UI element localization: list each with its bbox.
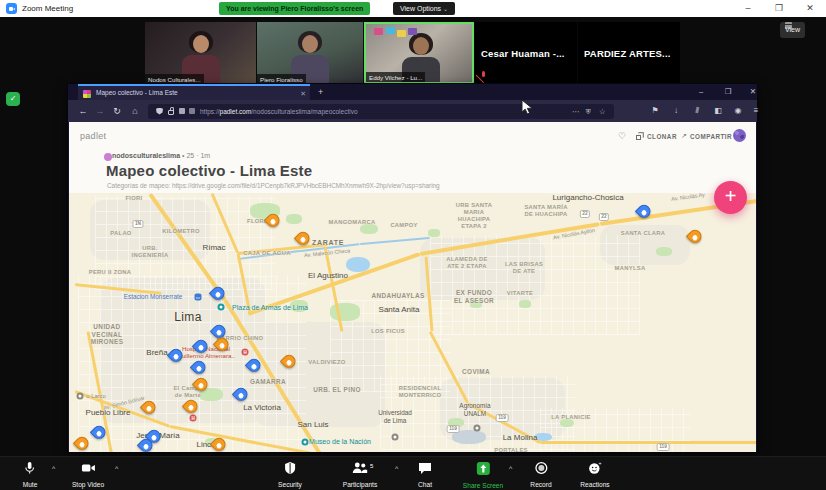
minimize-button[interactable]: – — [737, 2, 759, 14]
participant-tile[interactable]: Eddy Vilchez - Lu... — [364, 22, 474, 84]
padlet-logo[interactable]: padlet — [80, 131, 106, 141]
board-description: Categorías de mapeo: https://drive.googl… — [107, 182, 440, 189]
participant-tile[interactable]: PARDIEZ ARTES... — [578, 22, 680, 84]
poster-decoration — [374, 28, 383, 35]
bookmark-star-icon[interactable]: ☆ — [599, 107, 606, 116]
chevron-up-icon[interactable]: ^ — [395, 465, 398, 472]
toolbar-label: Stop Video — [72, 481, 104, 488]
tracking-shield-icon[interactable] — [156, 108, 163, 115]
park-area — [286, 214, 302, 224]
mute-button[interactable]: Mute — [23, 461, 38, 488]
view-layout-button[interactable]: View — [780, 22, 805, 38]
url-bar[interactable]: https://padlet.com/nodosculturaleslima/m… — [148, 104, 614, 119]
security-button[interactable]: Security — [278, 461, 302, 488]
place-gray-icon — [392, 434, 399, 441]
forward-button[interactable]: → — [93, 105, 107, 117]
map-label: URB. EL PINO — [313, 386, 361, 394]
road — [540, 441, 756, 444]
page-actions-icon[interactable]: ⋯ — [572, 107, 580, 116]
padlet-page: padlet ♡ CLONAR ↗ COMPARTIR ⋯ nodoscultu… — [69, 122, 756, 452]
participant-name: Nodos Culturales... — [145, 74, 204, 84]
landmark-teal-icon — [218, 304, 225, 311]
browser-maximize-button[interactable]: ❐ — [719, 86, 737, 98]
user-avatar[interactable] — [733, 129, 746, 142]
downloads-icon[interactable]: ↓ — [669, 105, 683, 117]
map-label: ZARATE — [312, 239, 344, 247]
chevron-up-icon[interactable]: ^ — [115, 465, 118, 472]
like-heart-icon[interactable]: ♡ — [618, 131, 626, 141]
place-gray-icon — [77, 393, 84, 400]
zoom-titlebar: Zoom Meeting You are viewing Piero Fiora… — [0, 0, 826, 17]
map-label: CAJA DE AGUA — [243, 250, 290, 257]
participant-name: Piero Fioralisso — [257, 74, 306, 84]
participant-tile[interactable]: Piero Fioralisso — [257, 22, 363, 84]
padlet-favicon — [83, 90, 91, 98]
poster-decoration — [397, 30, 406, 37]
sidebar-icon[interactable]: ◧ — [711, 105, 725, 117]
participant-count-badge: 5 — [370, 463, 373, 469]
participant-tile[interactable]: Nodos Culturales... — [145, 22, 256, 84]
hospital-red-icon: H — [242, 349, 249, 356]
map-label: Rímac — [202, 243, 225, 253]
more-options-icon[interactable]: ⋯ — [717, 130, 725, 139]
map-label: El Agustino — [308, 271, 348, 281]
map-label: VITARTE — [507, 290, 533, 297]
share-screen-button[interactable]: Share Screen — [463, 461, 503, 489]
route-shield: 22 — [580, 210, 590, 218]
clone-button[interactable]: CLONAR — [647, 133, 677, 140]
window-title: Zoom Meeting — [22, 4, 73, 13]
chevron-up-icon[interactable]: ^ — [509, 465, 512, 472]
maximize-button[interactable]: ❐ — [768, 2, 790, 14]
record-button[interactable]: Record — [530, 461, 551, 488]
share-button[interactable]: COMPARTIR — [690, 133, 732, 140]
reactions-button[interactable]: +Reactions — [580, 461, 609, 488]
map-label: SANTA MARÍA DE HUACHIPA — [524, 204, 567, 218]
account-icon[interactable]: ◉ — [731, 105, 745, 117]
smiley-icon: + — [587, 461, 602, 478]
browser-tab[interactable]: Mapeo colectivo - Lima Este ✕ — [78, 84, 310, 100]
park-area — [360, 224, 378, 234]
route-shield: 1N — [132, 220, 143, 228]
route-shield: 119 — [657, 443, 670, 451]
browser-close-button[interactable]: ✕ — [744, 86, 762, 98]
poster-decoration — [408, 28, 417, 35]
grid-icon — [785, 22, 792, 29]
permissions-icon[interactable] — [179, 108, 185, 114]
encryption-shield-icon: ✓ — [6, 92, 20, 106]
reload-button[interactable]: ↻ — [110, 105, 124, 117]
library-icon[interactable]: ⫴ — [689, 104, 705, 119]
save-to-bookmarks-icon[interactable]: ⚑ — [648, 105, 662, 117]
browser-minimize-button[interactable]: – — [692, 86, 710, 98]
share-icon — [475, 462, 490, 479]
chat-button[interactable]: Chat — [418, 461, 432, 488]
park-area — [519, 300, 531, 308]
pocket-icon[interactable]: ⛨ — [586, 108, 591, 116]
clone-icon — [636, 135, 641, 140]
chevron-up-icon[interactable]: ^ — [52, 465, 55, 472]
svg-text:+: + — [599, 461, 602, 466]
map-label: PERU II ZONA — [89, 269, 132, 276]
mic-icon — [23, 461, 37, 478]
tab-close-icon[interactable]: ✕ — [300, 86, 306, 100]
collaborative-map[interactable]: FIORIPALAOKILÓMETROURB. INGENIERÍARímacF… — [69, 193, 756, 452]
home-button[interactable]: ⌂ — [128, 105, 142, 117]
map-label: Av. Nicolás Ay — [671, 193, 705, 203]
participant-tile[interactable]: Cesar Huaman -... — [475, 22, 577, 84]
close-button[interactable]: ✕ — [799, 2, 821, 14]
menu-icon[interactable]: ≡ — [749, 105, 763, 117]
stop-video-button[interactable]: Stop Video — [72, 461, 104, 488]
reader-mode-icon[interactable] — [189, 108, 195, 114]
chat-icon — [418, 461, 432, 478]
new-tab-button[interactable]: + — [318, 87, 323, 98]
lock-icon — [168, 110, 174, 115]
back-button[interactable]: ← — [76, 105, 90, 117]
map-label: Universidad de Lima — [378, 409, 412, 424]
map-label: COVIMA — [462, 368, 490, 376]
timestamp: 1m — [200, 152, 210, 159]
author-name[interactable]: nodosculturaleslima — [112, 152, 180, 159]
add-post-button[interactable]: + — [714, 181, 747, 214]
participant-face — [413, 37, 429, 55]
map-label: LAS BRISAS DE ATE — [505, 261, 543, 275]
view-options-button[interactable]: View Options ⌄ — [393, 2, 455, 15]
map-label: Plaza de Armas de Lima — [232, 304, 308, 312]
